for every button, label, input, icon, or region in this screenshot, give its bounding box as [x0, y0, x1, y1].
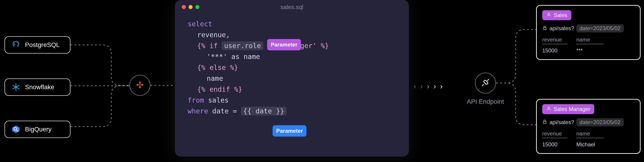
api-path: api/sales? — [550, 25, 574, 31]
parameter-badge: Parameter — [267, 39, 301, 50]
api-url: api/sales? date=2023/05/02 — [542, 118, 634, 126]
result-card-sales-manager: Sales Manager api/sales? date=2023/05/02… — [536, 99, 640, 154]
api-endpoint-label: API Endpoint — [467, 98, 504, 105]
api-query-chip: date=2023/05/02 — [576, 24, 624, 32]
code-chip-user-role: user.role — [222, 41, 263, 50]
chevron-icon: › — [414, 82, 417, 91]
role-label: Sales Manager — [554, 106, 590, 112]
data-sources-list: PostgreSQL Snowflake BigQuery — [4, 36, 70, 138]
cell-revenue: 15000 — [542, 47, 567, 54]
api-endpoint-circle — [475, 73, 496, 93]
lock-icon — [542, 25, 547, 31]
code-field: '***' as name — [207, 53, 260, 61]
code-template: {% endif %} — [197, 85, 242, 93]
code-template: {% else %} — [197, 64, 238, 71]
cell-name: *** — [576, 47, 604, 54]
result-table: revenue name 15000 *** — [542, 36, 634, 54]
plug-icon — [480, 78, 490, 88]
hub-node — [130, 75, 150, 96]
api-query-chip: date=2023/05/02 — [576, 118, 624, 126]
cell-name: Michael — [576, 141, 604, 148]
result-card-sales: Sales api/sales? date=2023/05/02 revenue… — [536, 5, 640, 60]
chevron-icon: › — [440, 82, 444, 91]
source-label: Snowflake — [25, 83, 54, 91]
hub-icon — [135, 80, 145, 91]
code-field: sales — [204, 96, 228, 104]
role-tag: Sales — [542, 10, 571, 20]
svg-rect-8 — [543, 27, 546, 29]
bigquery-icon — [11, 125, 20, 134]
svg-marker-4 — [12, 126, 20, 133]
code-keyword: where — [188, 107, 208, 115]
table-header-name: name — [576, 36, 604, 44]
lock-icon — [542, 119, 547, 126]
source-snowflake: Snowflake — [4, 79, 70, 96]
svg-point-7 — [548, 13, 550, 14]
api-endpoint-node: API Endpoint — [467, 73, 504, 105]
role-tag: Sales Manager — [542, 104, 594, 114]
editor-body: select revenue, {% if user.role != 'mana… — [175, 14, 409, 121]
role-label: Sales — [554, 12, 567, 18]
api-path: api/sales? — [550, 119, 574, 126]
chevron-icon: › — [434, 82, 437, 91]
postgresql-icon — [11, 40, 20, 49]
user-icon — [546, 12, 551, 18]
code-field: revenue, — [197, 31, 230, 39]
source-bigquery: BigQuery — [4, 121, 70, 138]
table-header-name: name — [576, 131, 604, 138]
editor-filename: sales.sql — [175, 4, 409, 11]
table-row: 15000 Michael — [542, 140, 634, 148]
parameter-badge: Parameter — [272, 125, 306, 137]
cell-revenue: 15000 — [542, 141, 567, 148]
svg-point-0 — [14, 44, 15, 44]
code-template: {% if — [197, 42, 222, 50]
code-editor: sales.sql select revenue, {% if user.rol… — [175, 0, 409, 157]
code-field: name — [207, 74, 223, 82]
chevron-icon: › — [427, 82, 430, 91]
snowflake-icon — [11, 83, 20, 92]
table-row: 15000 *** — [542, 46, 634, 54]
table-header-revenue: revenue — [542, 36, 567, 44]
result-table: revenue name 15000 Michael — [542, 131, 634, 148]
table-header-revenue: revenue — [542, 131, 567, 138]
editor-titlebar: sales.sql — [175, 0, 409, 14]
code-chip-date: {{ date }} — [241, 107, 287, 116]
source-label: BigQuery — [25, 126, 52, 133]
code-keyword: from — [188, 96, 204, 104]
svg-rect-10 — [543, 121, 546, 123]
source-postgresql: PostgreSQL — [4, 36, 70, 54]
code-field: date = — [208, 107, 241, 115]
chevron-icon: › — [420, 82, 424, 91]
api-url: api/sales? date=2023/05/02 — [542, 24, 634, 32]
source-label: PostgreSQL — [25, 41, 60, 49]
code-keyword: select — [188, 20, 212, 28]
flow-chevrons: › › › › › — [414, 82, 444, 91]
user-icon — [546, 106, 551, 112]
svg-point-9 — [548, 107, 550, 108]
